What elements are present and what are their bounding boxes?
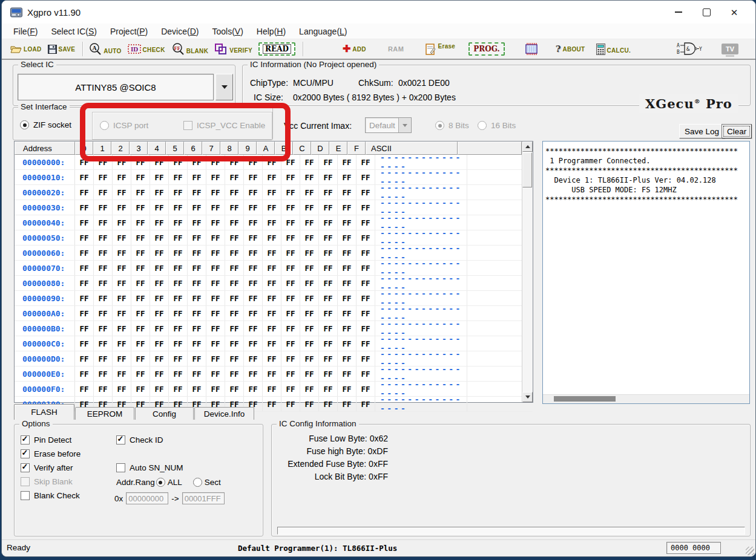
select-ic-value[interactable]: ATTINY85 @SOIC8: [18, 74, 214, 100]
hex-ascii-cell[interactable]: ----------------: [375, 336, 467, 351]
hex-byte-cell[interactable]: FF: [206, 261, 225, 275]
erase-button[interactable]: Erase: [426, 43, 455, 55]
hex-byte-cell[interactable]: FF: [75, 291, 94, 305]
tab-flash[interactable]: FLASH: [14, 404, 74, 420]
tv-button[interactable]: TV: [721, 44, 738, 54]
hex-byte-cell[interactable]: FF: [225, 276, 244, 290]
hex-byte-cell[interactable]: FF: [113, 276, 131, 290]
hex-byte-cell[interactable]: FF: [113, 170, 131, 184]
hex-byte-cell[interactable]: FF: [113, 336, 131, 351]
hex-byte-cell[interactable]: FF: [94, 291, 113, 305]
hex-byte-cell[interactable]: FF: [113, 246, 131, 260]
hex-byte-cell[interactable]: FF: [75, 321, 94, 336]
auto-button[interactable]: A AUTO: [88, 42, 121, 56]
hex-byte-cell[interactable]: FF: [169, 336, 188, 351]
hex-byte-cell[interactable]: FF: [94, 185, 113, 200]
hex-byte-cell[interactable]: FF: [131, 200, 150, 215]
hex-byte-cell[interactable]: FF: [113, 351, 131, 366]
hex-byte-cell[interactable]: FF: [263, 170, 281, 184]
hex-byte-cell[interactable]: FF: [300, 261, 319, 275]
hex-byte-cell[interactable]: FF: [94, 170, 113, 184]
hex-byte-cell[interactable]: FF: [113, 306, 131, 321]
hex-byte-cell[interactable]: FF: [169, 215, 188, 230]
hex-byte-cell[interactable]: FF: [281, 306, 300, 321]
hex-byte-cell[interactable]: FF: [206, 276, 225, 290]
hex-byte-cell[interactable]: FF: [357, 366, 375, 381]
hex-byte-cell[interactable]: FF: [131, 215, 150, 230]
hex-byte-cell[interactable]: FF: [319, 306, 338, 321]
hex-byte-cell[interactable]: FF: [319, 230, 338, 245]
hex-byte-cell[interactable]: FF: [113, 261, 131, 275]
hex-byte-cell[interactable]: FF: [150, 306, 169, 321]
hex-byte-cell[interactable]: FF: [300, 306, 319, 321]
hex-byte-cell[interactable]: FF: [94, 382, 113, 396]
hex-byte-cell[interactable]: FF: [75, 366, 94, 381]
hex-byte-cell[interactable]: FF: [338, 351, 357, 366]
hex-byte-cell[interactable]: FF: [169, 170, 188, 184]
hex-byte-cell[interactable]: FF: [169, 185, 188, 200]
hex-byte-cell[interactable]: FF: [131, 336, 150, 351]
bits8-radio[interactable]: 8 Bits: [435, 121, 469, 130]
hex-byte-cell[interactable]: FF: [206, 246, 225, 260]
hex-byte-cell[interactable]: FF: [338, 366, 357, 381]
hex-byte-cell[interactable]: FF: [131, 366, 150, 381]
hex-byte-cell[interactable]: FF: [338, 246, 357, 260]
hex-byte-cell[interactable]: FF: [357, 215, 375, 230]
menu-item-help[interactable]: Help(H): [250, 24, 292, 39]
hex-byte-cell[interactable]: FF: [225, 382, 244, 396]
hex-byte-cell[interactable]: FF: [225, 336, 244, 351]
calcu-button[interactable]: CALCU.: [596, 44, 631, 55]
hex-byte-cell[interactable]: FF: [244, 170, 263, 184]
hex-byte-cell[interactable]: FF: [75, 276, 94, 290]
save-button[interactable]: SAVE: [48, 45, 76, 54]
blank-button[interactable]: FF BLANK: [171, 42, 209, 56]
hex-byte-cell[interactable]: FF: [169, 276, 188, 290]
menu-item-device[interactable]: Device(D): [154, 24, 205, 39]
hex-byte-cell[interactable]: FF: [94, 261, 113, 275]
hex-byte-cell[interactable]: FF: [94, 215, 113, 230]
hex-byte-cell[interactable]: FF: [338, 200, 357, 215]
hex-byte-cell[interactable]: FF: [169, 200, 188, 215]
hex-byte-cell[interactable]: FF: [263, 261, 281, 275]
hex-byte-cell[interactable]: FF: [319, 336, 338, 351]
hex-byte-cell[interactable]: FF: [113, 366, 131, 381]
hex-byte-cell[interactable]: FF: [244, 306, 263, 321]
hex-byte-cell[interactable]: FF: [113, 155, 131, 169]
hex-byte-cell[interactable]: FF: [131, 261, 150, 275]
hex-byte-cell[interactable]: FF: [225, 321, 244, 336]
hex-byte-cell[interactable]: FF: [131, 291, 150, 305]
hex-byte-cell[interactable]: FF: [357, 155, 375, 169]
icsp-vcc-checkbox[interactable]: ICSP_VCC Enable: [183, 121, 265, 130]
hex-byte-cell[interactable]: FF: [263, 200, 281, 215]
hex-byte-cell[interactable]: FF: [244, 185, 263, 200]
hex-byte-cell[interactable]: FF: [263, 321, 281, 336]
hex-byte-cell[interactable]: FF: [94, 336, 113, 351]
hex-byte-cell[interactable]: FF: [225, 246, 244, 260]
hex-byte-cell[interactable]: FF: [150, 155, 169, 169]
hex-byte-cell[interactable]: FF: [94, 321, 113, 336]
hex-byte-cell[interactable]: FF: [150, 185, 169, 200]
hex-byte-cell[interactable]: FF: [150, 366, 169, 381]
hex-byte-cell[interactable]: FF: [338, 336, 357, 351]
hex-byte-cell[interactable]: FF: [357, 276, 375, 290]
hex-byte-cell[interactable]: FF: [131, 382, 150, 396]
hex-byte-cell[interactable]: FF: [94, 276, 113, 290]
erase-before-checkbox[interactable]: Erase before: [21, 449, 81, 458]
hex-byte-cell[interactable]: FF: [131, 276, 150, 290]
hex-ascii-cell[interactable]: ----------------: [375, 170, 467, 184]
hex-byte-cell[interactable]: FF: [281, 261, 300, 275]
hex-byte-cell[interactable]: FF: [319, 382, 338, 396]
load-button[interactable]: LOAD: [10, 45, 42, 54]
hex-byte-cell[interactable]: FF: [225, 261, 244, 275]
hex-ascii-cell[interactable]: ----------------: [375, 276, 467, 290]
hex-byte-cell[interactable]: FF: [281, 382, 300, 396]
hex-byte-cell[interactable]: FF: [75, 230, 94, 245]
hex-byte-cell[interactable]: FF: [206, 185, 225, 200]
hex-byte-cell[interactable]: FF: [131, 185, 150, 200]
hex-byte-cell[interactable]: FF: [281, 291, 300, 305]
hex-byte-cell[interactable]: FF: [263, 185, 281, 200]
pin-detect-checkbox[interactable]: Pin Detect: [21, 435, 71, 444]
hex-byte-cell[interactable]: FF: [188, 336, 206, 351]
hex-byte-cell[interactable]: FF: [263, 336, 281, 351]
hex-byte-cell[interactable]: FF: [338, 170, 357, 184]
